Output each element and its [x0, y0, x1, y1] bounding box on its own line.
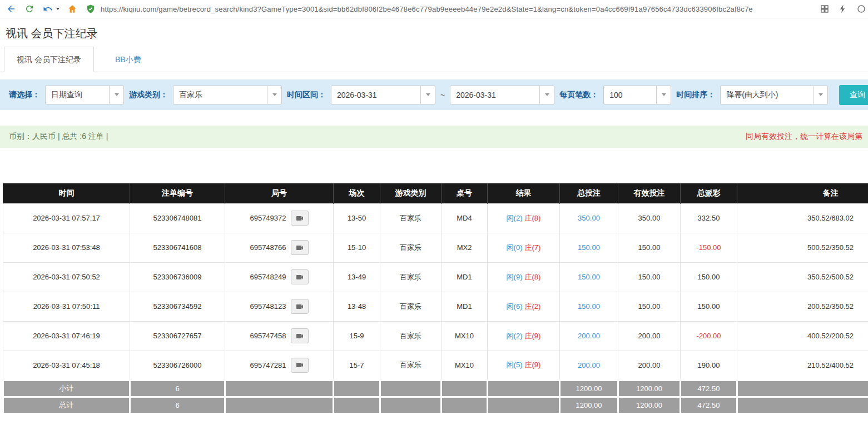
cell-note: 210.52/400.52	[737, 351, 868, 380]
filter-date-to[interactable]: 2026-03-31	[450, 86, 554, 104]
cell-time: 2026-03-31 07:53:48	[3, 233, 130, 262]
refresh-icon[interactable]	[24, 3, 35, 14]
cell-table-no: MD1	[442, 262, 488, 292]
total-row: 总计 6 1200.00 1200.00 472.50	[3, 397, 868, 413]
video-camera-icon	[295, 214, 304, 223]
date-from-value: 2026-03-31	[331, 91, 420, 99]
tab-bar: 视讯 会员下注纪录 BB小费	[0, 47, 868, 72]
table-row: 2026-03-31 07:53:48 523306741608 6957487…	[3, 233, 868, 262]
cell-bet-id: 523306727657	[130, 321, 225, 351]
lightning-icon[interactable]	[837, 3, 849, 14]
cell-total-bet[interactable]: 200.00	[560, 321, 618, 351]
table-row: 2026-03-31 07:50:52 523306736009 6957482…	[3, 262, 868, 292]
filter-select-page-size[interactable]: 100	[603, 86, 671, 104]
cell-table-no: MD1	[442, 292, 488, 321]
search-button[interactable]: 查询	[839, 85, 868, 105]
filter-game-value: 百家乐	[173, 90, 267, 100]
cell-valid-bet: 200.00	[618, 351, 681, 380]
subtotal-total-bet: 1200.00	[560, 380, 618, 397]
cell-valid-bet: 200.00	[618, 321, 681, 351]
cell-payout: 190.00	[681, 351, 737, 380]
table-row: 2026-03-31 07:57:17 523306748081 6957493…	[3, 203, 868, 233]
cell-bet-id: 523306726000	[130, 351, 225, 380]
result-player: 闲(6)	[507, 302, 523, 311]
header-payout: 总派彩	[681, 183, 737, 203]
cell-round: 695749372	[225, 203, 334, 233]
total-payout: 472.50	[681, 397, 737, 413]
cell-round: 695748249	[225, 262, 334, 292]
result-banker: 庄(2)	[525, 302, 541, 311]
video-camera-icon	[295, 302, 304, 311]
filter-date-from[interactable]: 2026-03-31	[331, 86, 435, 104]
home-icon[interactable]	[67, 3, 78, 14]
browser-extension-icon[interactable]	[856, 3, 867, 14]
subtotal-payout: 472.50	[681, 380, 737, 397]
header-bet-id: 注单编号	[130, 183, 225, 203]
page-size-value: 100	[604, 91, 656, 99]
result-banker: 庄(7)	[525, 243, 541, 252]
filter-select-query-type[interactable]: 日期查询	[45, 86, 124, 104]
video-camera-icon	[295, 332, 304, 341]
round-number: 695748123	[250, 302, 286, 311]
filter-select-sort-order[interactable]: 降幂(由大到小)	[720, 86, 828, 104]
cell-note: 200.52/350.52	[737, 292, 868, 321]
filter-sort-label: 时间排序：	[676, 90, 715, 100]
cell-game-type: 百家乐	[380, 292, 442, 321]
table-row: 2026-03-31 07:45:18 523306726000 6957472…	[3, 351, 868, 380]
subtotal-count: 6	[130, 380, 225, 397]
url-text[interactable]: https://kiqiiu.com/game/betrecord_search…	[101, 5, 753, 13]
cell-result: 闲(2)庄(9)	[488, 321, 560, 351]
tab-bet-records[interactable]: 视讯 会员下注纪录	[4, 47, 94, 72]
total-valid-bet: 1200.00	[618, 397, 681, 413]
result-player: 闲(0)	[507, 243, 523, 252]
subtotal-label: 小计	[3, 380, 130, 397]
valid-bet-notice-text: 同局有效投注，统一计算在该局第	[746, 132, 862, 142]
result-player: 闲(2)	[507, 332, 523, 340]
filter-range-label: 时间区间：	[287, 90, 326, 100]
result-banker: 庄(8)	[525, 214, 541, 222]
undo-dropdown-caret-icon[interactable]	[56, 8, 59, 10]
cell-bet-id: 523306748081	[130, 203, 225, 233]
cell-time: 2026-03-31 07:57:17	[3, 203, 130, 233]
cell-total-bet[interactable]: 350.00	[560, 203, 618, 233]
chevron-down-icon	[109, 86, 123, 104]
cell-session: 15-10	[334, 233, 380, 262]
header-session: 场次	[334, 183, 380, 203]
cell-result: 闲(2)庄(8)	[488, 203, 560, 233]
cell-payout: -150.00	[681, 233, 737, 262]
bet-records-table: 时间 注单编号 局号 场次 游戏类别 桌号 结果 总投注 有效投注 总派彩 备注…	[2, 183, 868, 414]
tab-bb-tips[interactable]: BB小费	[103, 47, 153, 72]
cell-session: 15-7	[334, 351, 380, 380]
round-number: 695748249	[250, 273, 286, 281]
cell-payout: 150.00	[681, 262, 737, 292]
round-number: 695749372	[250, 214, 286, 222]
cell-bet-id: 523306734592	[130, 292, 225, 321]
video-replay-button[interactable]	[291, 328, 309, 343]
cell-total-bet[interactable]: 200.00	[560, 351, 618, 380]
video-replay-button[interactable]	[291, 269, 309, 284]
video-replay-button[interactable]	[291, 358, 309, 373]
cell-total-bet[interactable]: 150.00	[560, 233, 618, 262]
cell-game-type: 百家乐	[380, 351, 442, 380]
video-replay-button[interactable]	[291, 299, 309, 314]
grid-icon[interactable]	[819, 3, 830, 14]
video-replay-button[interactable]	[291, 240, 309, 255]
cell-note: 350.52/683.02	[737, 203, 868, 233]
video-replay-button[interactable]	[291, 211, 309, 226]
total-label: 总计	[3, 397, 130, 413]
cell-result: 闲(6)庄(2)	[488, 292, 560, 321]
undo-icon[interactable]	[42, 3, 53, 14]
cell-valid-bet: 150.00	[618, 262, 681, 292]
filter-select-game-type[interactable]: 百家乐	[173, 86, 282, 104]
back-arrow-icon[interactable]	[6, 3, 17, 14]
address-bar[interactable]: https://kiqiiu.com/game/betrecord_search…	[85, 3, 812, 14]
cell-game-type: 百家乐	[380, 321, 442, 351]
table-row: 2026-03-31 07:46:19 523306727657 6957474…	[3, 321, 868, 351]
header-total-bet: 总投注	[560, 183, 618, 203]
cell-round: 695747458	[225, 321, 334, 351]
header-table-no: 桌号	[442, 183, 488, 203]
cell-total-bet[interactable]: 150.00	[560, 292, 618, 321]
cell-valid-bet: 150.00	[618, 233, 681, 262]
cell-total-bet[interactable]: 150.00	[560, 262, 618, 292]
currency-summary-text: 币别：人民币 | 总共 :6 注单 |	[9, 132, 108, 142]
